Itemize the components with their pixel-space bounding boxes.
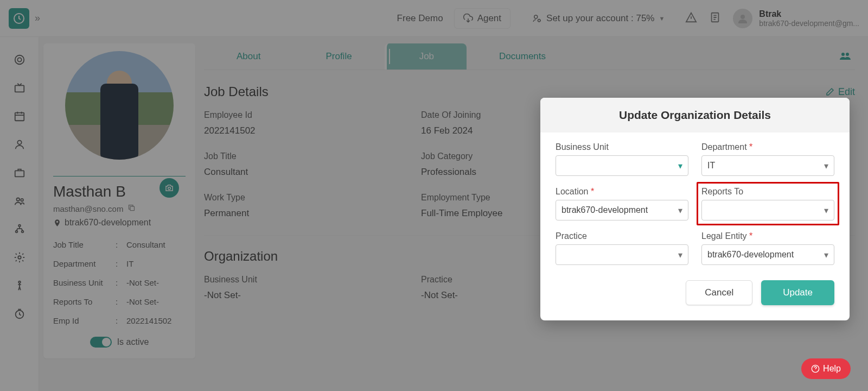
update-button[interactable]: Update — [761, 280, 834, 305]
chevron-down-icon: ▾ — [678, 161, 682, 171]
help-icon — [811, 364, 820, 373]
field-practice: Practice ▾ — [556, 231, 688, 265]
modal-title: Update Organization Details — [540, 98, 850, 133]
update-organization-modal: Update Organization Details Business Uni… — [540, 98, 850, 320]
chevron-down-icon: ▾ — [678, 205, 682, 216]
help-button[interactable]: Help — [801, 358, 851, 379]
field-department: Department * IT ▾ — [701, 142, 834, 176]
field-business-unit: Business Unit ▾ — [556, 142, 688, 176]
field-reports-to-highlight: Reports To ▾ — [697, 182, 839, 225]
field-location: Location * btrak670-development ▾ — [556, 187, 688, 220]
chevron-down-icon: ▾ — [824, 250, 828, 260]
department-select[interactable]: IT ▾ — [701, 155, 834, 176]
legal-entity-select[interactable]: btrak670-development ▾ — [701, 244, 834, 265]
cancel-button[interactable]: Cancel — [686, 280, 752, 305]
chevron-down-icon: ▾ — [824, 161, 828, 171]
chevron-down-icon: ▾ — [824, 205, 828, 216]
practice-select[interactable]: ▾ — [556, 244, 688, 265]
business-unit-select[interactable]: ▾ — [556, 155, 688, 176]
chevron-down-icon: ▾ — [678, 250, 682, 260]
reports-to-select[interactable]: ▾ — [701, 200, 834, 220]
field-legal-entity: Legal Entity * btrak670-development ▾ — [701, 231, 834, 265]
location-select[interactable]: btrak670-development ▾ — [556, 200, 688, 220]
